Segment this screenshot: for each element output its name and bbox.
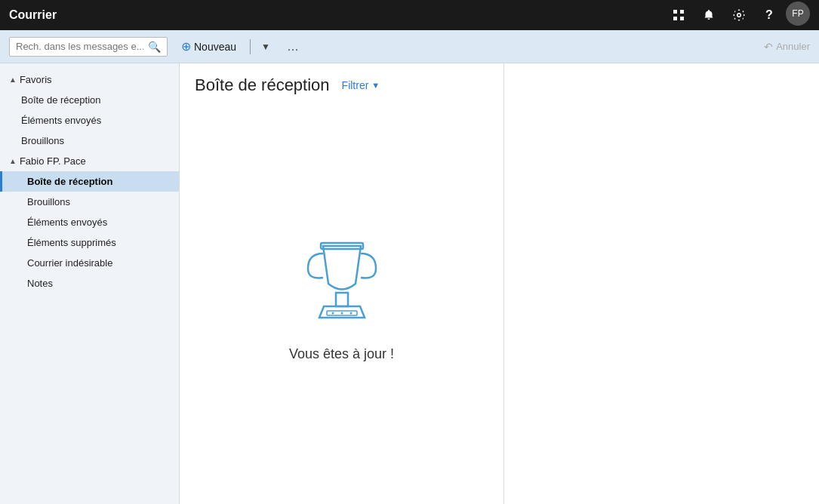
bell-icon[interactable] (695, 2, 722, 29)
svg-rect-2 (673, 17, 677, 20)
svg-rect-0 (673, 10, 677, 14)
sidebar: ▲ Favoris Boîte de réception Éléments en… (0, 63, 180, 504)
toolbar: 🔍 ⊕ Nouveau ▼ … ↶ Annuler (0, 30, 819, 63)
gear-icon[interactable] (725, 2, 753, 29)
annuler-label: Annuler (776, 41, 810, 52)
svg-rect-1 (680, 10, 684, 14)
svg-point-9 (349, 312, 352, 315)
annuler-button[interactable]: ↶ Annuler (764, 41, 810, 53)
sidebar-item-notes[interactable]: Notes (0, 273, 179, 293)
undo-icon: ↶ (764, 41, 773, 53)
filter-label: Filtrer (342, 79, 369, 91)
sidebar-favorites-header[interactable]: ▲ Favoris (0, 69, 179, 90)
app-title: Courrier (9, 8, 665, 22)
account-label: Fabio FP. Pace (20, 155, 86, 167)
avatar[interactable]: FP (786, 2, 810, 26)
main-layout: ▲ Favoris Boîte de réception Éléments en… (0, 63, 819, 504)
sidebar-item-junk[interactable]: Courrier indésirable (0, 253, 179, 273)
plus-icon: ⊕ (181, 39, 191, 54)
chevron-down-icon-2: ▲ (9, 157, 17, 165)
empty-state: Vous êtes à jour ! (180, 103, 503, 490)
new-dropdown-button[interactable]: ▼ (257, 38, 275, 56)
new-button-label: Nouveau (194, 41, 236, 53)
filter-button[interactable]: Filtrer ▼ (342, 79, 380, 91)
reading-pane (504, 63, 819, 504)
svg-rect-3 (680, 17, 684, 20)
empty-state-message: Vous êtes à jour ! (289, 346, 394, 362)
chevron-down-icon: ▲ (9, 75, 17, 84)
more-options-button[interactable]: … (281, 36, 306, 57)
filter-chevron-icon: ▼ (371, 81, 380, 90)
sidebar-item-sent[interactable]: Éléments envoyés (0, 212, 179, 232)
sidebar-item-inbox[interactable]: Boîte de réception (0, 171, 179, 192)
toolbar-divider (250, 39, 251, 54)
email-list-header: Boîte de réception Filtrer ▼ (180, 63, 503, 103)
new-button[interactable]: ⊕ Nouveau (174, 35, 244, 57)
search-box: 🔍 (9, 37, 168, 57)
app-header: Courrier ? FP (0, 0, 819, 30)
header-icon-group: ? FP (665, 2, 810, 29)
search-icon: 🔍 (148, 41, 161, 53)
sidebar-item-favorites-inbox[interactable]: Boîte de réception (0, 90, 179, 110)
trophy-icon (297, 231, 387, 331)
svg-rect-5 (336, 293, 348, 306)
search-input[interactable] (16, 41, 143, 52)
sidebar-item-drafts[interactable]: Brouillons (0, 192, 179, 212)
svg-point-8 (340, 312, 343, 315)
grid-icon[interactable] (665, 2, 692, 29)
favorites-label: Favoris (20, 74, 52, 85)
svg-point-7 (331, 312, 334, 315)
sidebar-item-deleted[interactable]: Éléments supprimés (0, 232, 179, 253)
email-list-panel: Boîte de réception Filtrer ▼ (180, 63, 504, 504)
sidebar-item-favorites-sent[interactable]: Éléments envoyés (0, 110, 179, 131)
sidebar-item-favorites-drafts[interactable]: Brouillons (0, 131, 179, 151)
help-icon[interactable]: ? (756, 2, 783, 29)
inbox-title: Boîte de réception (195, 75, 330, 95)
sidebar-account-header[interactable]: ▲ Fabio FP. Pace (0, 151, 179, 171)
